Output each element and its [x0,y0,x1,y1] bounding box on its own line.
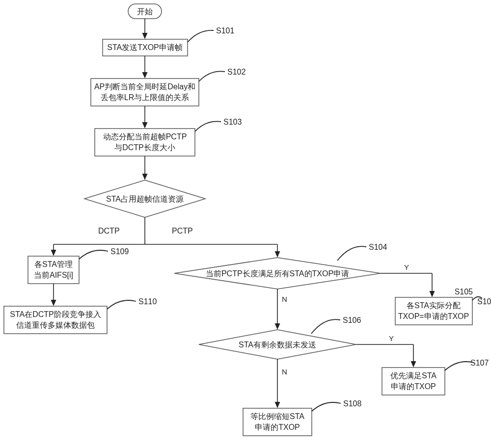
s108-line1: 等比例缩短STA [250,412,304,421]
s104-y: Y [404,263,409,271]
s103-line1: 动态分配当前超帧PCTP [103,132,187,141]
s104-n: N [282,295,287,303]
s108-label: S108 [343,399,361,408]
callout-s101 [188,30,214,42]
s109-line2: 当前AIFS[i] [34,271,73,279]
s105-label: S105 [455,288,473,296]
s103-line2: 与DCTP长度大小 [114,143,175,152]
s108-line2: 申请的TXOP [255,423,300,431]
s110-line2: 信道重传多媒体数据包 [16,321,95,329]
branch-dctp: DCTP [98,227,120,235]
decision1-text: STA占用超帧信道资源 [106,195,184,203]
s103-label: S103 [223,118,242,126]
s110-line1: STA在DCTP阶段竞争接入 [10,310,101,318]
s101-text: STA发送TXOP申请帧 [107,43,183,52]
callout-s110 [107,300,136,309]
branch-pctp: PCTP [172,227,193,235]
s105-label-fix: S105 [477,297,491,306]
callout-s102 [199,71,225,81]
s105-line2: TXOP=申请的TXOP [398,312,469,320]
s102-line1: AP判断当前全局时延Delay和 [94,82,195,91]
callout-s106 [311,319,340,334]
callout-s107 [445,362,474,370]
s106-label: S106 [343,316,361,324]
s106-y: Y [389,334,394,343]
s102-label: S102 [227,68,246,76]
s106-text: STA有剩余数据未发送 [239,341,316,349]
s106-n: N [282,368,287,376]
callout-s103 [195,121,221,132]
callout-s109 [79,250,108,259]
s102-line2: 丢包率LR与上限值的关系 [101,93,189,102]
s104-label: S104 [369,243,387,251]
s105-line1: 各STA实际分配 [407,301,461,310]
s107-line2: 申请的TXOP [391,382,436,391]
s110-label: S110 [138,297,157,306]
s109-label: S109 [110,247,129,256]
start-label: 开始 [137,7,153,16]
s104-text: 当前PCTP长度满足所有STA的TXOP申请 [206,269,349,278]
flowchart: 开始 STA发送TXOP申请帧 S101 AP判断当前全局时延Delay和 丢包… [0,0,491,448]
s107-label: S107 [470,359,489,367]
s107-line1: 优先满足STA [390,371,436,380]
s109-line1: 各STA管理 [34,260,73,268]
callout-s104 [337,246,366,261]
callout-s108 [312,402,341,411]
s101-label: S101 [216,26,234,35]
